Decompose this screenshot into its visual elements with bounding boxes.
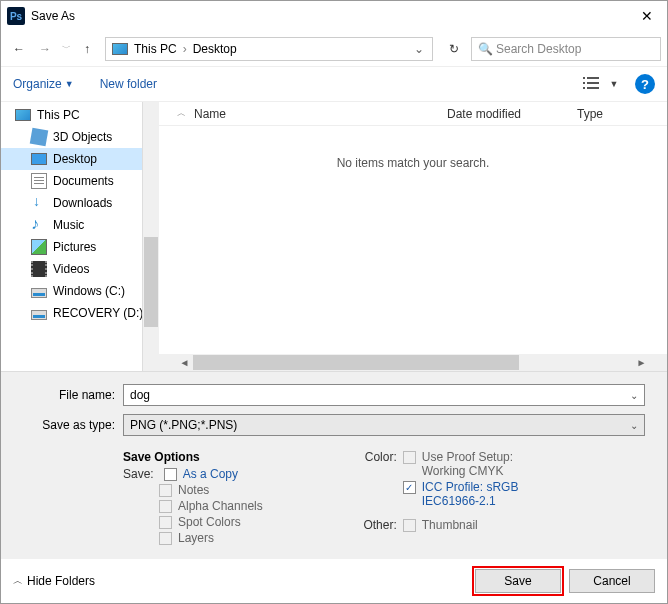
file-list-area: ︿Name Date modified Type No items match … xyxy=(159,102,667,371)
option-proof: Use Proof Setup: Working CMYK xyxy=(422,450,552,478)
color-label: Color: xyxy=(353,450,403,464)
scrollbar-thumb[interactable] xyxy=(144,237,158,327)
tree-scrollbar[interactable] xyxy=(142,102,159,371)
svg-rect-4 xyxy=(583,87,585,89)
nav-up-button[interactable]: ↑ xyxy=(75,37,99,61)
main-area: This PC 3D Objects Desktop Documents Dow… xyxy=(1,101,667,371)
music-icon: ♪ xyxy=(31,217,47,233)
svg-rect-1 xyxy=(587,77,599,79)
tree-item-pictures[interactable]: Pictures xyxy=(1,236,159,258)
tree-item-music[interactable]: ♪Music xyxy=(1,214,159,236)
photoshop-icon: Ps xyxy=(7,7,25,25)
refresh-button[interactable]: ↻ xyxy=(439,37,469,61)
monitor-icon xyxy=(15,109,31,121)
dialog-footer: ︿ Hide Folders Save Cancel xyxy=(1,559,667,603)
nav-recent-dropdown[interactable]: ﹀ xyxy=(59,37,73,61)
document-icon xyxy=(31,173,47,189)
hide-folders-toggle[interactable]: ︿ Hide Folders xyxy=(13,574,95,588)
checkbox-notes xyxy=(159,484,172,497)
nav-forward-button[interactable]: → xyxy=(33,37,57,61)
empty-message: No items match your search. xyxy=(159,126,667,170)
option-notes: Notes xyxy=(178,483,209,497)
filetype-label: Save as type: xyxy=(1,418,123,432)
option-thumbnail: Thumbnail xyxy=(422,518,478,532)
tree-item-downloads[interactable]: Downloads xyxy=(1,192,159,214)
download-icon xyxy=(31,195,47,211)
save-button[interactable]: Save xyxy=(475,569,561,593)
checkbox-proof xyxy=(403,451,416,464)
search-icon: 🔍 xyxy=(478,42,492,56)
tree-item-videos[interactable]: Videos xyxy=(1,258,159,280)
option-alpha: Alpha Channels xyxy=(178,499,263,513)
pictures-icon xyxy=(31,239,47,255)
navigation-tree[interactable]: This PC 3D Objects Desktop Documents Dow… xyxy=(1,102,159,371)
svg-rect-3 xyxy=(587,82,599,84)
breadcrumb-current[interactable]: Desktop xyxy=(193,42,237,56)
column-header-type[interactable]: Type xyxy=(569,107,667,121)
horizontal-scrollbar[interactable]: ◄ ► xyxy=(159,354,667,371)
column-header-date[interactable]: Date modified xyxy=(439,107,569,121)
address-dropdown-icon[interactable]: ⌄ xyxy=(406,42,432,56)
filename-input[interactable]: dog ⌄ xyxy=(123,384,645,406)
option-spot: Spot Colors xyxy=(178,515,241,529)
save-options: Save Options Save: As a Copy Notes Alpha… xyxy=(1,444,655,547)
view-options-button[interactable] xyxy=(581,77,603,91)
nav-back-button[interactable]: ← xyxy=(7,37,31,61)
checkbox-spot xyxy=(159,516,172,529)
video-icon xyxy=(31,261,47,277)
svg-rect-0 xyxy=(583,77,585,79)
save-form: File name: dog ⌄ Save as type: PNG (*.PN… xyxy=(1,371,667,559)
sort-indicator-icon: ︿ xyxy=(177,107,186,121)
tree-item-drive-d[interactable]: RECOVERY (D:) xyxy=(1,302,159,324)
cube-icon xyxy=(30,128,49,147)
search-placeholder: Search Desktop xyxy=(496,42,581,56)
svg-rect-5 xyxy=(587,87,599,89)
filename-dropdown-icon[interactable]: ⌄ xyxy=(624,390,644,401)
search-input[interactable]: 🔍 Search Desktop xyxy=(471,37,661,61)
tree-item-this-pc[interactable]: This PC xyxy=(1,104,159,126)
option-as-copy: As a Copy xyxy=(183,467,238,481)
other-label: Other: xyxy=(353,518,403,532)
help-button[interactable]: ? xyxy=(635,74,655,94)
svg-rect-2 xyxy=(583,82,585,84)
close-button[interactable]: ✕ xyxy=(627,1,667,31)
window-title: Save As xyxy=(31,9,627,23)
chevron-up-icon: ︿ xyxy=(13,574,23,588)
tree-item-drive-c[interactable]: Windows (C:) xyxy=(1,280,159,302)
toolbar: Organize▼ New folder ▼ ? xyxy=(1,67,667,101)
column-headers: ︿Name Date modified Type xyxy=(159,102,667,126)
checkbox-icc[interactable]: ✓ xyxy=(403,481,416,494)
tree-item-desktop[interactable]: Desktop xyxy=(1,148,159,170)
breadcrumb-separator: › xyxy=(179,42,191,56)
breadcrumb-root[interactable]: This PC xyxy=(134,42,177,56)
scroll-right-icon[interactable]: ► xyxy=(633,357,650,368)
scrollbar-thumb[interactable] xyxy=(193,355,519,370)
tree-item-documents[interactable]: Documents xyxy=(1,170,159,192)
checkbox-as-copy[interactable] xyxy=(164,468,177,481)
option-layers: Layers xyxy=(178,531,214,545)
checkbox-layers xyxy=(159,532,172,545)
this-pc-icon xyxy=(112,43,128,55)
scroll-left-icon[interactable]: ◄ xyxy=(176,357,193,368)
tree-item-3d-objects[interactable]: 3D Objects xyxy=(1,126,159,148)
filetype-dropdown[interactable]: PNG (*.PNG;*.PNS) ⌄ xyxy=(123,414,645,436)
checkbox-thumbnail xyxy=(403,519,416,532)
save-subheading: Save: xyxy=(123,467,154,481)
checkbox-alpha xyxy=(159,500,172,513)
new-folder-button[interactable]: New folder xyxy=(100,77,157,91)
filename-label: File name: xyxy=(1,388,123,402)
cancel-button[interactable]: Cancel xyxy=(569,569,655,593)
organize-menu[interactable]: Organize▼ xyxy=(13,77,74,91)
column-header-name[interactable]: ︿Name xyxy=(169,107,439,121)
desktop-icon xyxy=(31,153,47,165)
drive-icon xyxy=(31,288,47,298)
drive-icon xyxy=(31,310,47,320)
save-options-heading: Save Options xyxy=(123,450,263,464)
title-bar: Ps Save As ✕ xyxy=(1,1,667,31)
filetype-dropdown-icon[interactable]: ⌄ xyxy=(624,420,644,431)
option-icc: ICC Profile: sRGB IEC61966-2.1 xyxy=(422,480,552,508)
address-bar[interactable]: This PC › Desktop ⌄ xyxy=(105,37,433,61)
view-options-dropdown[interactable]: ▼ xyxy=(603,79,625,89)
navigation-bar: ← → ﹀ ↑ This PC › Desktop ⌄ ↻ 🔍 Search D… xyxy=(1,31,667,67)
